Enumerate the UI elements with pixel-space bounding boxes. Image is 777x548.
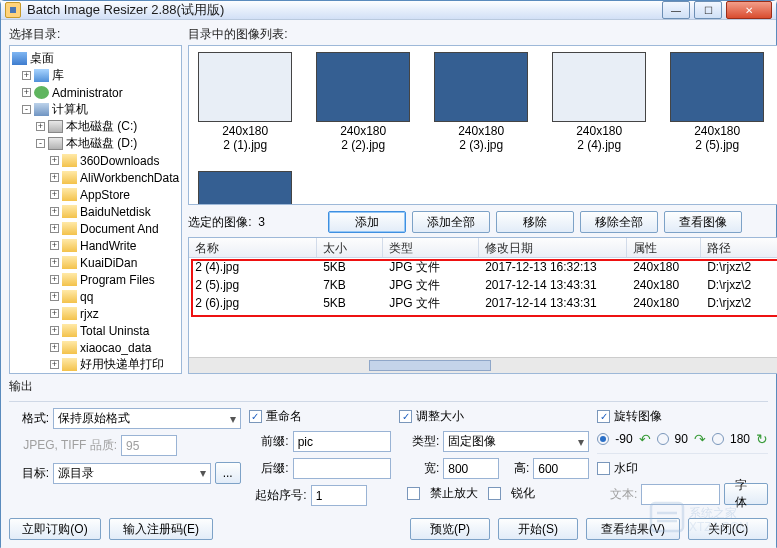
thumbnail[interactable]: 240x1802 (4).jpg — [549, 52, 649, 153]
thumbnail[interactable]: 240x1802 (3).jpg — [431, 52, 531, 153]
list-header: 名称 太小 类型 修改日期 属性 路径 — [189, 238, 777, 258]
table-row[interactable]: 2 (6).jpg5KBJPG 文件2017-12-14 13:43:31240… — [189, 294, 777, 312]
expand-icon[interactable]: + — [36, 122, 45, 131]
enter-code-button[interactable]: 输入注册码(E) — [109, 518, 213, 540]
rotate-180-icon: ↻ — [756, 431, 768, 447]
col-attr[interactable]: 属性 — [627, 238, 701, 257]
font-button[interactable]: 字体 — [724, 483, 768, 505]
format-select[interactable]: 保持原始格式 — [53, 408, 241, 429]
tree-computer[interactable]: 计算机 — [52, 101, 88, 118]
sharpen-checkbox[interactable] — [488, 487, 501, 500]
thumbnail[interactable]: 240x1802 (5).jpg — [667, 52, 767, 153]
col-type[interactable]: 类型 — [383, 238, 479, 257]
minimize-button[interactable]: — — [662, 1, 690, 19]
thumb-image — [316, 52, 410, 122]
order-now-button[interactable]: 立即订购(O) — [9, 518, 101, 540]
resize-checkbox[interactable]: ✓ — [399, 410, 412, 423]
thumb-image — [552, 52, 646, 122]
tree-folder[interactable]: qq — [80, 290, 93, 304]
table-row[interactable]: 2 (5).jpg7KBJPG 文件2017-12-14 13:43:31240… — [189, 276, 777, 294]
rotate-180-radio[interactable] — [712, 433, 724, 445]
collapse-icon[interactable]: - — [36, 139, 45, 148]
start-button[interactable]: 开始(S) — [498, 518, 578, 540]
col-path[interactable]: 路径 — [701, 238, 777, 257]
cell-path: D:\rjxz\2 — [701, 296, 777, 310]
tree-desktop[interactable]: 桌面 — [30, 50, 54, 67]
tree-admin[interactable]: Administrator — [52, 86, 123, 100]
col-size[interactable]: 太小 — [317, 238, 383, 257]
tree-folder[interactable]: KuaiDiDan — [80, 256, 137, 270]
expand-icon[interactable]: + — [50, 241, 59, 250]
cell-date: 2017-12-14 13:43:31 — [479, 296, 627, 310]
remove-button[interactable]: 移除 — [496, 211, 574, 233]
tree-folder[interactable]: rjxz — [80, 307, 99, 321]
prefix-input[interactable]: pic — [293, 431, 392, 452]
tree-folder[interactable]: BaiduNetdisk — [80, 205, 151, 219]
table-row[interactable]: 2 (4).jpg5KBJPG 文件2017-12-13 16:32:13240… — [189, 258, 777, 276]
expand-icon[interactable]: + — [22, 88, 31, 97]
remove-all-button[interactable]: 移除全部 — [580, 211, 658, 233]
expand-icon[interactable]: + — [50, 275, 59, 284]
cell-attr: 240x180 — [627, 260, 701, 274]
rotate-m90-radio[interactable] — [597, 433, 609, 445]
height-input[interactable]: 600 — [533, 458, 589, 479]
thumbnail-list[interactable]: 240x1802 (1).jpg240x1802 (2).jpg240x1802… — [188, 45, 777, 205]
rename-checkbox[interactable]: ✓ — [249, 410, 262, 423]
add-all-button[interactable]: 添加全部 — [412, 211, 490, 233]
expand-icon[interactable]: + — [50, 292, 59, 301]
expand-icon[interactable]: + — [50, 207, 59, 216]
tree-folder[interactable]: 好用快递单打印 — [80, 356, 164, 373]
view-result-button[interactable]: 查看结果(V) — [586, 518, 680, 540]
col-name[interactable]: 名称 — [189, 238, 317, 257]
expand-icon[interactable]: + — [50, 360, 59, 369]
thumb-caption: 240x1802 (3).jpg — [431, 124, 531, 153]
tree-folder[interactable]: AppStore — [80, 188, 130, 202]
expand-icon[interactable]: + — [50, 190, 59, 199]
startseq-spinner[interactable]: 1 — [311, 485, 367, 506]
maximize-button[interactable]: ☐ — [694, 1, 722, 19]
thumbnail[interactable]: 240x1802 (1).jpg — [195, 52, 295, 153]
close-app-button[interactable]: 关闭(C) — [688, 518, 768, 540]
collapse-icon[interactable]: - — [22, 105, 31, 114]
thumb-caption: 240x1802 (4).jpg — [549, 124, 649, 153]
tree-folder[interactable]: Program Files — [80, 273, 155, 287]
tree-folder[interactable]: HandWrite — [80, 239, 136, 253]
tree-folder[interactable]: Document And — [80, 222, 159, 236]
selected-list[interactable]: 名称 太小 类型 修改日期 属性 路径 2 (4).jpg5KBJPG 文件20… — [188, 237, 777, 374]
tree-folder[interactable]: 360Downloads — [80, 154, 159, 168]
target-select[interactable]: 源目录 — [53, 463, 211, 484]
expand-icon[interactable]: + — [50, 258, 59, 267]
col-date[interactable]: 修改日期 — [479, 238, 627, 257]
close-button[interactable]: ✕ — [726, 1, 772, 19]
no-enlarge-checkbox[interactable] — [407, 487, 420, 500]
tree-disk-d[interactable]: 本地磁盘 (D:) — [66, 135, 137, 152]
tree-folder[interactable]: xiaocao_data — [80, 341, 151, 355]
view-image-button[interactable]: 查看图像 — [664, 211, 742, 233]
expand-icon[interactable]: + — [50, 173, 59, 182]
tree-folder[interactable]: AliWorkbenchData — [80, 171, 179, 185]
browse-button[interactable]: ... — [215, 462, 241, 484]
thumbnail[interactable]: 240x1802 (6).jpg — [195, 171, 295, 205]
tree-folder[interactable]: Total Uninsta — [80, 324, 149, 338]
tree-folder[interactable]: 用户目录 — [80, 373, 128, 374]
rotate-checkbox[interactable]: ✓ — [597, 410, 610, 423]
rotate-p90-radio[interactable] — [657, 433, 669, 445]
expand-icon[interactable]: + — [50, 343, 59, 352]
preview-button[interactable]: 预览(P) — [410, 518, 490, 540]
add-button[interactable]: 添加 — [328, 211, 406, 233]
expand-icon[interactable]: + — [22, 71, 31, 80]
rotate-cw-icon: ↷ — [694, 431, 706, 447]
tree-lib[interactable]: 库 — [52, 67, 64, 84]
suffix-input[interactable] — [293, 458, 392, 479]
expand-icon[interactable]: + — [50, 326, 59, 335]
tree-disk-c[interactable]: 本地磁盘 (C:) — [66, 118, 137, 135]
expand-icon[interactable]: + — [50, 224, 59, 233]
width-input[interactable]: 800 — [443, 458, 499, 479]
expand-icon[interactable]: + — [50, 156, 59, 165]
thumbnail[interactable]: 240x1802 (2).jpg — [313, 52, 413, 153]
horizontal-scrollbar[interactable] — [189, 357, 777, 373]
watermark-checkbox[interactable] — [597, 462, 610, 475]
directory-tree[interactable]: 桌面 +库 +Administrator -计算机 +本地磁盘 (C:) -本地… — [9, 45, 182, 374]
type-select[interactable]: 固定图像 — [443, 431, 589, 452]
expand-icon[interactable]: + — [50, 309, 59, 318]
